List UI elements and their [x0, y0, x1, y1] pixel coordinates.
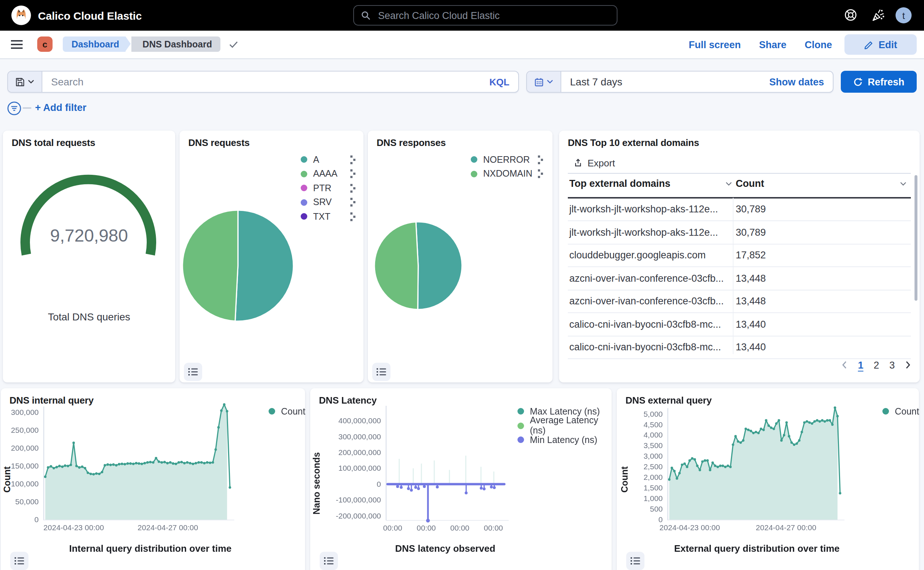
panel-legend-toggle-button[interactable]	[320, 552, 338, 570]
share-button[interactable]: Share	[759, 39, 786, 50]
cell-count: 13,448	[736, 273, 766, 284]
table-row[interactable]: clouddebugger.googleapis.com17,852	[568, 244, 911, 267]
add-filter-button[interactable]: + Add filter	[35, 102, 86, 113]
gauge-value: 9,720,980	[3, 225, 175, 246]
menu-hamburger-icon[interactable]	[11, 40, 23, 49]
time-range-value[interactable]: Last 7 days	[570, 76, 622, 87]
table-row[interactable]: jlt-worksh-jlt-workshop-aks-112e...30,78…	[568, 198, 911, 221]
export-button[interactable]: Export	[574, 155, 615, 170]
news-party-popper-icon[interactable]	[871, 8, 885, 26]
breadcrumb: Dashboard DNS Dashboard	[63, 37, 238, 52]
y-tick-label: 4,500	[644, 420, 663, 429]
panel-legend-toggle-button[interactable]	[372, 363, 391, 381]
refresh-button[interactable]: Refresh	[841, 71, 917, 93]
calico-logo-icon[interactable]	[11, 5, 31, 26]
legend-item-A[interactable]: A	[301, 153, 356, 167]
kql-language-button[interactable]: KQL	[481, 76, 518, 87]
x-tick-label: 00:00	[417, 524, 436, 532]
legend-item-NXDOMAIN[interactable]: NXDOMAIN	[471, 167, 544, 181]
legend-more-actions-icon[interactable]	[350, 184, 356, 193]
legend-more-actions-icon[interactable]	[350, 170, 356, 178]
cell-domain: azcni-over-ivan-conference-03cfb...	[569, 273, 724, 284]
y-tick-label: 0	[377, 480, 381, 488]
show-dates-button[interactable]: Show dates	[769, 76, 824, 87]
legend-label: PTR	[313, 183, 331, 193]
panel-title: DNS total requests	[12, 137, 95, 148]
global-search-input[interactable]	[377, 9, 610, 21]
legend-more-actions-icon[interactable]	[538, 170, 544, 178]
legend-item-NOERROR[interactable]: NOERROR	[471, 153, 544, 167]
legend-item-Min-Latency-ns-[interactable]: Min Latency (ns)	[518, 433, 611, 447]
global-search[interactable]	[353, 5, 618, 26]
help-icon[interactable]	[844, 8, 858, 25]
table-row[interactable]: calico-cni-ivan-byocni-03cfb8-mc...13,44…	[568, 336, 911, 359]
sort-chevron-icon	[900, 181, 907, 186]
legend-item-PTR[interactable]: PTR	[301, 181, 356, 195]
legend-item-AAAA[interactable]: AAAA	[301, 167, 356, 181]
page-number-3[interactable]: 3	[889, 359, 895, 371]
page-prev-icon[interactable]	[842, 360, 848, 369]
legend-more-actions-icon[interactable]	[350, 212, 356, 221]
pie-slice-NOERROR[interactable]	[416, 222, 462, 310]
legend-item-TXT[interactable]: TXT	[301, 210, 356, 224]
page-number-2[interactable]: 2	[873, 359, 879, 371]
y-tick-label: 200,000,000	[338, 448, 381, 457]
filter-divider	[23, 107, 31, 109]
table-row[interactable]: azcni-over-ivan-conference-03cfb...13,44…	[568, 290, 911, 313]
column-header-count[interactable]: Count	[736, 178, 907, 189]
calendar-menu[interactable]	[527, 72, 561, 92]
column-header-domains[interactable]: Top external domains	[569, 178, 732, 189]
legend-dot-icon	[301, 185, 307, 192]
query-bar: KQL	[7, 71, 519, 93]
cell-domain: calico-cni-ivan-byocni-03cfb8-mc...	[569, 319, 721, 330]
breadcrumb-dashboard[interactable]: Dashboard	[63, 37, 126, 52]
legend-item-SRV[interactable]: SRV	[301, 195, 356, 210]
panel-dns-internal-query: DNS internal query Count 050,000100,0001…	[1, 388, 305, 570]
saved-check-icon[interactable]	[230, 40, 238, 48]
legend-item-Count[interactable]: Count	[883, 405, 919, 418]
pie-slice-AAAA[interactable]	[182, 210, 238, 321]
panel-legend-toggle-button[interactable]	[10, 552, 29, 570]
cell-domain: jlt-worksh-jlt-workshop-aks-112e...	[569, 204, 718, 215]
table-scrollbar[interactable]	[915, 175, 918, 301]
cell-domain: azcni-over-ivan-conference-03cfb...	[569, 296, 724, 307]
cell-count: 13,440	[736, 319, 766, 330]
legend-item-Count[interactable]: Count	[268, 405, 305, 418]
legend-more-actions-icon[interactable]	[350, 155, 356, 164]
legend-dot-icon	[301, 171, 307, 177]
legend-more-actions-icon[interactable]	[350, 198, 356, 207]
pie-slice-A[interactable]	[235, 210, 293, 321]
page-number-1[interactable]: 1	[858, 359, 863, 371]
edit-button[interactable]: Edit	[844, 34, 917, 55]
pie-slice-NXDOMAIN[interactable]	[374, 222, 418, 310]
legend-more-actions-icon[interactable]	[538, 155, 544, 164]
legend-label: Count	[281, 406, 305, 417]
list-icon	[188, 368, 198, 376]
x-tick-label: 00:00	[451, 524, 470, 532]
kql-search-input[interactable]	[42, 76, 481, 87]
clone-button[interactable]: Clone	[804, 39, 832, 50]
list-icon	[377, 368, 386, 376]
legend-dot-icon	[518, 437, 524, 443]
app-title: Calico Cloud Elastic	[38, 0, 142, 31]
legend-item-Average-Latency-ns-[interactable]: Average Latency (ns)	[518, 418, 611, 433]
panel-legend-toggle-button[interactable]	[184, 363, 202, 381]
x-tick-label: 00:00	[383, 524, 403, 532]
filter-set-icon[interactable]	[7, 101, 21, 115]
legend-label: AAAA	[313, 169, 337, 179]
space-badge[interactable]: c	[37, 37, 52, 52]
table-row[interactable]: jlt-worksh-jlt-workshop-aks-112e...30,78…	[568, 221, 911, 244]
y-tick-label: 0	[658, 515, 663, 524]
y-tick-label: 50,000	[15, 497, 39, 506]
user-avatar[interactable]: t	[895, 7, 912, 23]
x-tick-label: 2024-04-23 00:00	[43, 523, 104, 532]
page-next-icon[interactable]	[905, 360, 911, 369]
panel-dns-requests: DNS requests AAAAAPTRSRVTXT	[179, 131, 363, 382]
saved-query-menu[interactable]	[8, 72, 42, 92]
cell-domain: clouddebugger.googleapis.com	[569, 250, 706, 261]
full-screen-button[interactable]: Full screen	[689, 39, 741, 50]
legend-label: A	[313, 155, 319, 165]
panel-legend-toggle-button[interactable]	[626, 552, 645, 570]
table-row[interactable]: azcni-over-ivan-conference-03cfb...13,44…	[568, 267, 911, 290]
table-row[interactable]: calico-cni-ivan-byocni-03cfb8-mc...13,44…	[568, 313, 911, 336]
